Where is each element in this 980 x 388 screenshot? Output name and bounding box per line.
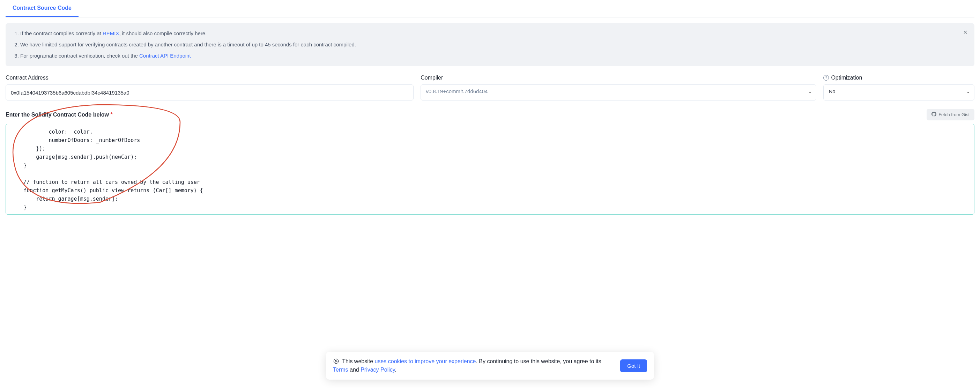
close-icon[interactable]: × [962,27,969,37]
info-item-2: We have limited support for verifying co… [20,40,966,49]
info-item-1-prefix: If the contract compiles correctly at [20,30,103,36]
tab-contract-source-code[interactable]: Contract Source Code [6,0,78,17]
fetch-from-gist-button[interactable]: Fetch from Gist [927,109,974,120]
info-item-3-prefix: For programatic contract verification, c… [20,53,139,59]
github-icon [931,112,936,118]
info-item-1-suffix: , it should also compile correctly here. [119,30,207,36]
contract-api-endpoint-link[interactable]: Contract API Endpoint [139,53,191,59]
tab-bar: Contract Source Code [6,0,974,17]
optimization-label: ? Optimization [823,75,974,81]
fetch-from-gist-label: Fetch from Gist [939,112,969,117]
info-notice-box: × If the contract compiles correctly at … [6,23,974,66]
compiler-select[interactable]: v0.8.19+commit.7dd6d404 [420,84,816,100]
contract-address-input[interactable] [6,84,414,100]
remix-link[interactable]: REMIX [103,30,119,36]
optimization-select[interactable]: No [823,84,974,100]
required-mark: * [110,112,112,118]
solidity-code-textarea[interactable]: color: _color, numberOfDoors: _numberOfD… [6,124,974,215]
info-item-1: If the contract compiles correctly at RE… [20,29,966,38]
help-icon[interactable]: ? [823,75,829,81]
compiler-label: Compiler [420,75,816,81]
contract-address-label: Contract Address [6,75,414,81]
solidity-code-label: Enter the Solidity Contract Code below * [6,112,113,118]
optimization-label-text: Optimization [831,75,862,81]
info-item-3: For programatic contract verification, c… [20,52,966,60]
